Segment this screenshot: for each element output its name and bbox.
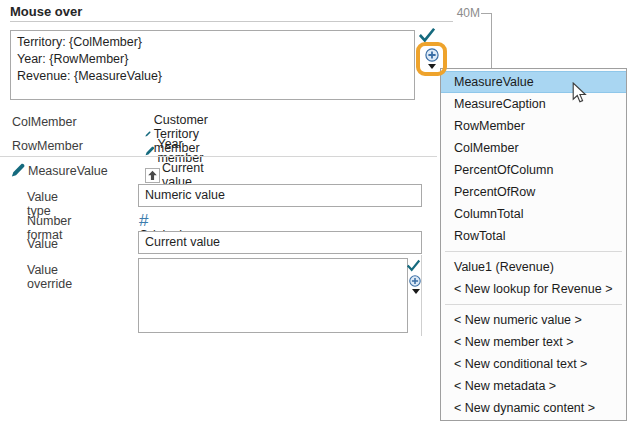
menu-separator xyxy=(445,304,622,305)
menu-item[interactable]: ColumnTotal xyxy=(441,203,626,225)
panel-edge-line xyxy=(421,255,422,336)
current-value-icon[interactable] xyxy=(145,168,160,183)
menu-item[interactable]: ColMember xyxy=(441,137,626,159)
menu-item[interactable]: < New member text > xyxy=(441,331,626,353)
value-select[interactable]: Current value xyxy=(138,231,422,254)
colmember-label: ColMember xyxy=(12,115,77,129)
apply-check-icon[interactable] xyxy=(406,259,421,272)
y-axis-tick-label: 40M xyxy=(448,6,480,20)
menu-item[interactable]: Value1 (Revenue) xyxy=(441,256,626,278)
panel-title: Mouse over xyxy=(10,4,82,19)
placeholder-dropdown-caret-icon[interactable] xyxy=(412,289,420,294)
y-axis-tick xyxy=(481,13,491,14)
insert-placeholder-icon[interactable] xyxy=(425,48,439,62)
menu-item[interactable]: PercentOfRow xyxy=(441,181,626,203)
edit-pencil-icon[interactable] xyxy=(11,163,25,177)
rowmember-label: RowMember xyxy=(12,139,83,153)
value-override-editor[interactable] xyxy=(138,258,408,333)
menu-item[interactable]: MeasureValue xyxy=(441,71,626,93)
menu-item[interactable]: < New metadata > xyxy=(441,375,626,397)
value-type-select[interactable]: Numeric value xyxy=(138,184,422,207)
title-divider xyxy=(10,21,453,22)
tooltip-text-editor[interactable]: Territory: {ColMember} Year: {RowMember}… xyxy=(10,30,415,100)
insert-placeholder-icon[interactable] xyxy=(409,275,421,287)
y-axis-line xyxy=(491,13,492,70)
menu-item[interactable]: RowMember xyxy=(441,115,626,137)
menu-separator xyxy=(445,251,622,252)
placeholder-dropdown-caret-icon[interactable] xyxy=(428,64,436,69)
menu-item[interactable]: < New dynamic content > xyxy=(441,397,626,419)
properties-panel-screen: Mouse over Territory: {ColMember} Year: … xyxy=(0,0,631,423)
value-override-label: Value override xyxy=(27,263,72,291)
menu-item[interactable]: < New lookup for Revenue > xyxy=(441,278,626,300)
measurevalue-label: MeasureValue xyxy=(28,164,108,178)
menu-item[interactable]: PercentOfColumn xyxy=(441,159,626,181)
section-divider xyxy=(0,156,437,157)
menu-item[interactable]: < New numeric value > xyxy=(441,309,626,331)
tooltip-editor-actions xyxy=(418,27,440,69)
apply-check-icon[interactable] xyxy=(418,27,436,43)
value-label: Value xyxy=(27,237,58,251)
number-format-hash-icon: # xyxy=(139,214,148,228)
menu-item[interactable]: MeasureCaption xyxy=(441,93,626,115)
placeholder-dropdown-menu: MeasureValueMeasureCaptionRowMemberColMe… xyxy=(440,68,627,421)
menu-item[interactable]: < New conditional text > xyxy=(441,353,626,375)
menu-item[interactable]: RowTotal xyxy=(441,225,626,247)
